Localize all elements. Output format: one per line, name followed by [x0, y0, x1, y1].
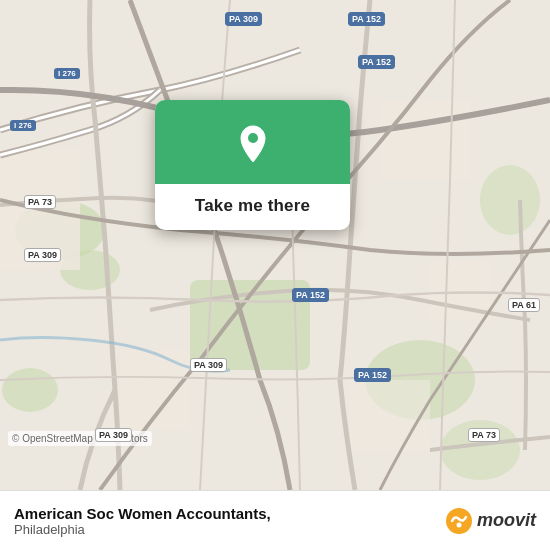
road-label-pa152-low: PA 152: [292, 288, 329, 302]
road-label-pa73-left: PA 73: [24, 195, 56, 209]
road-label-pa152-mid: PA 152: [358, 55, 395, 69]
road-label-pa309-mid: PA 309: [24, 248, 61, 262]
moovit-brand-name: moovit: [477, 510, 536, 531]
road-label-i276-2: I 276: [10, 120, 36, 131]
road-label-pa309-bot: PA 309: [95, 428, 132, 442]
moovit-brand-icon: [445, 507, 473, 535]
svg-rect-9: [380, 100, 470, 180]
popup-card: Take me there: [155, 100, 350, 230]
road-label-pa152-bot: PA 152: [354, 368, 391, 382]
svg-point-14: [446, 508, 472, 534]
take-me-there-button[interactable]: Take me there: [155, 184, 350, 230]
road-label-i276: I 276: [54, 68, 80, 79]
road-label-pa309-low: PA 309: [190, 358, 227, 372]
place-city: Philadelphia: [14, 522, 445, 537]
location-pin-icon: [231, 122, 275, 166]
road-label-pa73-right: PA 73: [468, 428, 500, 442]
map-container: © OpenStreetMap contributors PA 309 PA 1…: [0, 0, 550, 490]
svg-rect-11: [350, 380, 430, 450]
place-info: American Soc Women Accountants, Philadel…: [14, 505, 445, 537]
moovit-logo[interactable]: moovit: [445, 507, 536, 535]
road-label-pa309-top: PA 309: [225, 12, 262, 26]
road-label-pa61: PA 61: [508, 298, 540, 312]
svg-point-5: [480, 165, 540, 235]
bottom-bar: American Soc Women Accountants, Philadel…: [0, 490, 550, 550]
svg-point-6: [2, 368, 58, 412]
svg-point-15: [456, 522, 461, 527]
popup-green-bg: [155, 100, 350, 184]
road-label-pa152-top: PA 152: [348, 12, 385, 26]
svg-point-13: [248, 133, 258, 143]
place-name: American Soc Women Accountants,: [14, 505, 445, 522]
